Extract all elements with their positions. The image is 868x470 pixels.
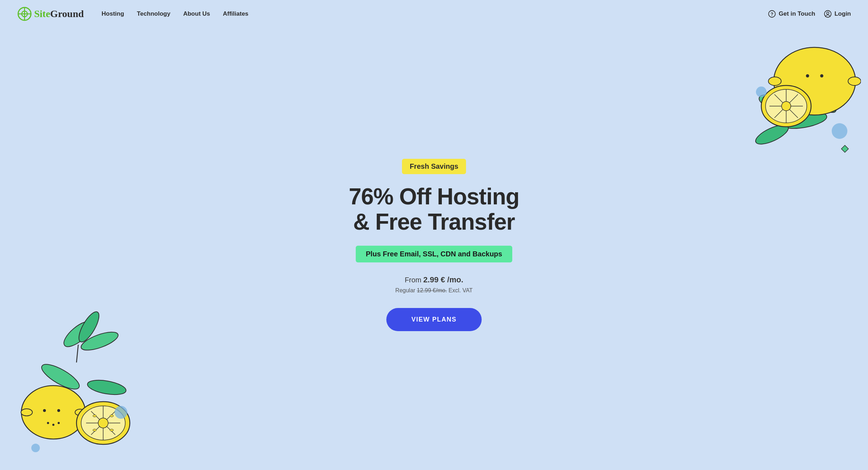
logo[interactable]: SiteGround <box>17 6 84 21</box>
hero-excl-vat: Excl. VAT <box>447 287 472 293</box>
svg-marker-53 <box>841 145 848 152</box>
hero-title-line2: & Free Transfer <box>353 209 515 235</box>
nav-technology[interactable]: Technology <box>132 7 175 20</box>
navbar: SiteGround Hosting Technology About Us A… <box>0 0 868 28</box>
svg-point-15 <box>21 409 32 416</box>
svg-point-28 <box>98 418 108 428</box>
svg-point-18 <box>57 409 60 412</box>
hero-price-from-label: From <box>405 276 423 284</box>
hero-regular-label: Regular <box>395 287 417 293</box>
svg-point-51 <box>756 87 767 97</box>
svg-point-12 <box>86 378 127 397</box>
hero-price-value: 2.99 € /mo. <box>423 275 464 284</box>
svg-point-50 <box>820 74 824 78</box>
lemon-right-illustration <box>740 35 861 177</box>
hero-section: Fresh Savings 76% Off Hosting & Free Tra… <box>0 28 868 469</box>
svg-point-48 <box>782 101 791 111</box>
svg-point-41 <box>848 77 861 85</box>
svg-point-34 <box>31 444 40 452</box>
view-plans-button[interactable]: VIEW PLANS <box>386 308 481 331</box>
svg-point-32 <box>110 429 113 431</box>
logo-text: SiteGround <box>34 8 84 20</box>
hero-title: 76% Off Hosting & Free Transfer <box>349 184 519 234</box>
logo-icon <box>17 6 32 21</box>
hero-price: From 2.99 € /mo. <box>349 275 519 284</box>
svg-point-17 <box>43 409 46 412</box>
login-link[interactable]: Login <box>824 10 851 18</box>
hero-regular-price: Regular 12.99 €/mo. Excl. VAT <box>349 287 519 294</box>
hero-regular-value: 12.99 €/mo. <box>417 287 447 293</box>
svg-line-13 <box>76 345 78 362</box>
svg-point-49 <box>806 74 809 78</box>
login-label: Login <box>835 10 851 17</box>
fresh-savings-badge: Fresh Savings <box>402 159 466 174</box>
get-in-touch-label: Get in Touch <box>779 10 815 17</box>
svg-point-30 <box>110 415 113 417</box>
hero-title-line1: 76% Off Hosting <box>349 184 519 209</box>
nav-affiliates[interactable]: Affiliates <box>218 7 254 20</box>
svg-point-21 <box>58 422 60 424</box>
svg-point-29 <box>93 415 96 417</box>
nav-hosting[interactable]: Hosting <box>97 7 129 20</box>
nav-right: ? Get in Touch Login <box>768 10 851 18</box>
get-in-touch-link[interactable]: ? Get in Touch <box>768 10 815 18</box>
hero-content: Fresh Savings 76% Off Hosting & Free Tra… <box>349 159 519 331</box>
nav-about-us[interactable]: About Us <box>178 7 215 20</box>
svg-point-52 <box>832 123 847 139</box>
svg-text:?: ? <box>771 11 773 17</box>
user-circle-icon <box>824 10 832 18</box>
svg-point-19 <box>47 422 49 424</box>
nav-links: Hosting Technology About Us Affiliates <box>97 7 768 20</box>
hero-subtitle-badge: Plus Free Email, SSL, CDN and Backups <box>356 246 512 262</box>
svg-point-7 <box>827 12 829 14</box>
svg-point-33 <box>115 406 127 419</box>
lemon-left-illustration <box>7 306 142 455</box>
svg-point-20 <box>52 424 54 426</box>
svg-point-31 <box>93 429 96 431</box>
question-circle-icon: ? <box>768 10 776 18</box>
svg-point-40 <box>768 77 781 85</box>
